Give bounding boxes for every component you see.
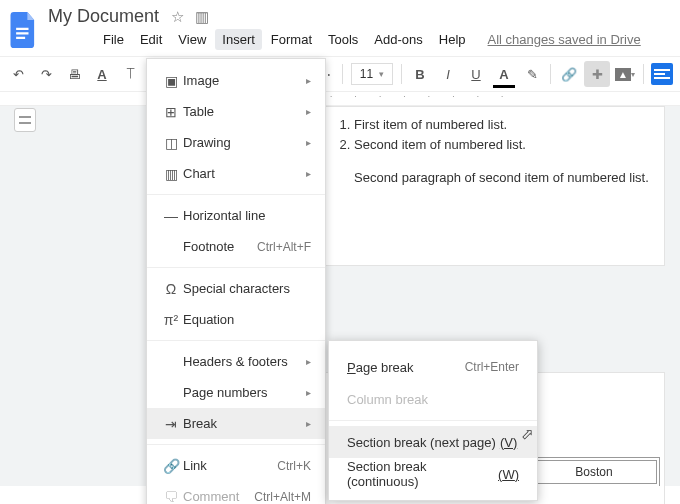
menu-item-label: Footnote [183, 239, 257, 254]
ruler[interactable]: · · · · · · · · [0, 92, 680, 106]
link-icon: 🔗 [159, 458, 183, 474]
menu-help[interactable]: Help [432, 29, 473, 50]
toolbar: ↶ ↷ 🖶 A ⟙ ⋯ 11▾ B I U A ✎ 🔗 ✚ ▲▾ [0, 56, 680, 92]
paragraph[interactable]: Second paragraph of second item of numbe… [354, 168, 656, 188]
menu-item-label: Equation [183, 312, 311, 327]
hr-icon: — [159, 208, 183, 224]
menu-item-label: Link [183, 458, 277, 473]
menu-item-label: Image [183, 73, 306, 88]
insert-menu: ▣Image▸⊞Table▸◫Drawing▸▥Chart▸—Horizonta… [146, 58, 326, 504]
italic-button[interactable]: I [435, 61, 461, 87]
table-icon: ⊞ [159, 104, 183, 120]
print-button[interactable]: 🖶 [61, 61, 87, 87]
insert-image-button[interactable]: ▲▾ [612, 61, 638, 87]
insert-menu-horizontal-line[interactable]: —Horizontal line [147, 200, 325, 231]
comment-icon: 🗨 [159, 489, 183, 505]
access-key-label: (V) [500, 435, 517, 450]
svg-rect-2 [16, 37, 25, 39]
spellcheck-button[interactable]: A [89, 61, 115, 87]
image-icon: ▣ [159, 73, 183, 89]
align-button[interactable] [649, 61, 675, 87]
menu-item-label: Drawing [183, 135, 306, 150]
insert-link-button[interactable]: 🔗 [556, 61, 582, 87]
menu-item-label: Page numbers [183, 385, 306, 400]
shortcut-label: Ctrl+Alt+F [257, 240, 311, 254]
submenu-arrow-icon: ▸ [306, 75, 311, 86]
highlight-button[interactable]: ✎ [519, 61, 545, 87]
docs-logo-icon[interactable] [8, 10, 40, 50]
insert-menu-link[interactable]: 🔗LinkCtrl+K [147, 450, 325, 481]
break-option-section-break-next-page-[interactable]: Section break (next page)(V) [329, 426, 537, 458]
move-folder-icon[interactable]: ▥ [195, 8, 209, 25]
submenu-arrow-icon: ▸ [306, 137, 311, 148]
save-status[interactable]: All changes saved in Drive [481, 29, 648, 50]
menu-format[interactable]: Format [264, 29, 319, 50]
table-cell[interactable]: Boston [531, 460, 657, 484]
break-option-section-break-continuous-[interactable]: Section break (continuous)(W) [329, 458, 537, 490]
insert-menu-image[interactable]: ▣Image▸ [147, 65, 325, 96]
undo-button[interactable]: ↶ [5, 61, 31, 87]
break-option-page-break[interactable]: Page breakCtrl+Enter [329, 351, 537, 383]
insert-menu-headers-footers[interactable]: Headers & footers▸ [147, 346, 325, 377]
submenu-item-label: Column break [347, 392, 428, 407]
shortcut-label: Ctrl+Alt+M [254, 490, 311, 504]
insert-menu-drawing[interactable]: ◫Drawing▸ [147, 127, 325, 158]
drawing-icon: ◫ [159, 135, 183, 151]
svg-rect-0 [16, 28, 28, 30]
break-icon: ⇥ [159, 416, 183, 432]
list-item[interactable]: Second item of numbered list. [354, 135, 656, 155]
shortcut-label: Ctrl+K [277, 459, 311, 473]
menu-add-ons[interactable]: Add-ons [367, 29, 429, 50]
titlebar: My Document ☆ ▥ FileEditViewInsertFormat… [0, 0, 680, 56]
menu-insert[interactable]: Insert [215, 29, 262, 50]
document-page-1[interactable]: First item of numbered list. Second item… [285, 106, 665, 266]
font-size-field[interactable]: 11▾ [351, 63, 393, 85]
pi-icon: π² [159, 312, 183, 328]
underline-button[interactable]: U [463, 61, 489, 87]
insert-comment-button[interactable]: ✚ [584, 61, 610, 87]
submenu-arrow-icon: ▸ [306, 387, 311, 398]
menu-item-label: Special characters [183, 281, 311, 296]
shortcut-label: Ctrl+Enter [465, 360, 519, 374]
menu-item-label: Horizontal line [183, 208, 311, 223]
menu-item-label: Table [183, 104, 306, 119]
insert-menu-equation[interactable]: π²Equation [147, 304, 325, 335]
outline-toggle-icon[interactable] [14, 108, 36, 132]
menu-edit[interactable]: Edit [133, 29, 169, 50]
submenu-arrow-icon: ▸ [306, 356, 311, 367]
menubar: FileEditViewInsertFormatToolsAdd-onsHelp… [48, 27, 648, 54]
submenu-arrow-icon: ▸ [306, 418, 311, 429]
chart-icon: ▥ [159, 166, 183, 182]
insert-menu-special-characters[interactable]: ΩSpecial characters [147, 273, 325, 304]
submenu-arrow-icon: ▸ [306, 106, 311, 117]
menu-item-label: Chart [183, 166, 306, 181]
star-icon[interactable]: ☆ [171, 8, 184, 25]
break-option-column-break: Column break [329, 383, 537, 415]
menu-item-label: Headers & footers [183, 354, 306, 369]
insert-menu-chart[interactable]: ▥Chart▸ [147, 158, 325, 189]
menu-item-label: Break [183, 416, 306, 431]
submenu-arrow-icon: ▸ [306, 168, 311, 179]
paint-format-button[interactable]: ⟙ [117, 61, 143, 87]
text-color-button[interactable]: A [491, 61, 517, 87]
submenu-item-label: Page break [347, 360, 414, 375]
list-item[interactable]: First item of numbered list. [354, 115, 656, 135]
insert-menu-page-numbers[interactable]: Page numbers▸ [147, 377, 325, 408]
bold-button[interactable]: B [407, 61, 433, 87]
menu-tools[interactable]: Tools [321, 29, 365, 50]
document-title[interactable]: My Document [48, 6, 159, 27]
access-key-label: (W) [498, 467, 519, 482]
redo-button[interactable]: ↷ [33, 61, 59, 87]
menu-item-label: Comment [183, 489, 254, 504]
submenu-item-label: Section break (next page) [347, 435, 496, 450]
break-submenu: Page breakCtrl+EnterColumn breakSection … [328, 340, 538, 501]
insert-menu-table[interactable]: ⊞Table▸ [147, 96, 325, 127]
menu-file[interactable]: File [96, 29, 131, 50]
insert-menu-break[interactable]: ⇥Break▸ [147, 408, 325, 439]
submenu-item-label: Section break (continuous) [347, 459, 494, 489]
menu-view[interactable]: View [171, 29, 213, 50]
insert-menu-footnote[interactable]: FootnoteCtrl+Alt+F [147, 231, 325, 262]
omega-icon: Ω [159, 281, 183, 297]
insert-menu-comment: 🗨CommentCtrl+Alt+M [147, 481, 325, 504]
svg-rect-1 [16, 32, 28, 34]
